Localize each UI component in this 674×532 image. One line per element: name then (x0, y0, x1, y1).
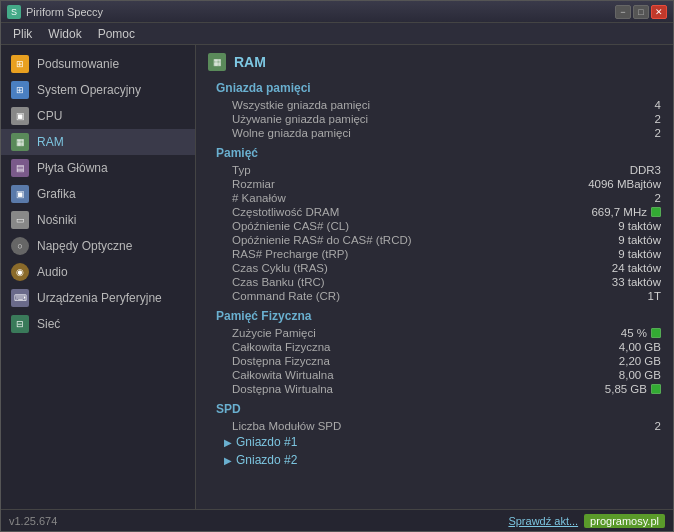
table-row: Czas Banku (tRC) 33 taktów (208, 275, 661, 289)
sidebar-label-mb: Płyta Główna (37, 161, 108, 175)
periph-icon: ⌨ (11, 289, 29, 307)
table-row: # Kanałów 2 (208, 191, 661, 205)
sidebar-item-ram[interactable]: ▦ RAM (1, 129, 195, 155)
main-panel: ▦ RAM Gniazda pamięci Wszystkie gniazda … (196, 45, 673, 509)
menu-widok[interactable]: Widok (40, 25, 89, 43)
sidebar-label-os: System Operacyjny (37, 83, 141, 97)
minimize-button[interactable]: − (615, 5, 631, 19)
sidebar-label-net: Sieć (37, 317, 60, 331)
table-row: Opóźnienie RAS# do CAS# (tRCD) 9 taktów (208, 233, 661, 247)
sidebar-label-audio: Audio (37, 265, 68, 279)
menu-bar: Plik Widok Pomoc (1, 23, 673, 45)
sidebar-item-summary[interactable]: ⊞ Podsumowanie (1, 51, 195, 77)
sidebar-label-periph: Urządzenia Peryferyjne (37, 291, 162, 305)
sidebar: ⊞ Podsumowanie ⊞ System Operacyjny ▣ CPU… (1, 45, 196, 509)
window-controls: − □ ✕ (615, 5, 667, 19)
table-row: Dostępna Wirtualna 5,85 GB (208, 382, 661, 396)
app-icon: S (7, 5, 21, 19)
green-indicator (651, 328, 661, 338)
tree-label-gniazdo2: Gniazdo #2 (236, 453, 297, 467)
section-header-fizyczna: Pamięć Fizyczna (216, 309, 661, 323)
sidebar-item-storage[interactable]: ▭ Nośniki (1, 207, 195, 233)
menu-plik[interactable]: Plik (5, 25, 40, 43)
section-header-pamiec: Pamięć (216, 146, 661, 160)
maximize-button[interactable]: □ (633, 5, 649, 19)
section-header-spd: SPD (216, 402, 661, 416)
title-bar: S Piriform Speccy − □ ✕ (1, 1, 673, 23)
table-row: Zużycie Pamięci 45 % (208, 326, 661, 340)
mb-icon: ▤ (11, 159, 29, 177)
sidebar-item-periph[interactable]: ⌨ Urządzenia Peryferyjne (1, 285, 195, 311)
table-row: Częstotliwość DRAM 669,7 MHz (208, 205, 661, 219)
update-link[interactable]: Sprawdź akt... (508, 515, 578, 527)
table-row: Liczba Modułów SPD 2 (208, 419, 661, 433)
green-indicator (651, 207, 661, 217)
sidebar-label-gpu: Grafika (37, 187, 76, 201)
green-indicator (651, 384, 661, 394)
cpu-icon: ▣ (11, 107, 29, 125)
table-row: Rozmiar 4096 MBajtów (208, 177, 661, 191)
table-row: Całkowita Fizyczna 4,00 GB (208, 340, 661, 354)
tree-arrow-1: ▶ (224, 437, 232, 448)
table-row: Opóźnienie CAS# (CL) 9 taktów (208, 219, 661, 233)
summary-icon: ⊞ (11, 55, 29, 73)
sidebar-label-storage: Nośniki (37, 213, 76, 227)
section-header-gniazda: Gniazda pamięci (216, 81, 661, 95)
storage-icon: ▭ (11, 211, 29, 229)
ram-icon: ▦ (11, 133, 29, 151)
sidebar-label-summary: Podsumowanie (37, 57, 119, 71)
tree-item-gniazdo2[interactable]: ▶ Gniazdo #2 (208, 451, 661, 469)
sidebar-item-os[interactable]: ⊞ System Operacyjny (1, 77, 195, 103)
sidebar-item-gpu[interactable]: ▣ Grafika (1, 181, 195, 207)
panel-header-icon: ▦ (208, 53, 226, 71)
sidebar-label-cpu: CPU (37, 109, 62, 123)
table-row: Używanie gniazda pamięci 2 (208, 112, 661, 126)
tree-label-gniazdo1: Gniazdo #1 (236, 435, 297, 449)
os-icon: ⊞ (11, 81, 29, 99)
tree-arrow-2: ▶ (224, 455, 232, 466)
sidebar-item-audio[interactable]: ◉ Audio (1, 259, 195, 285)
optical-icon: ○ (11, 237, 29, 255)
table-row: Wszystkie gniazda pamięci 4 (208, 98, 661, 112)
table-row: Typ DDR3 (208, 163, 661, 177)
sidebar-item-cpu[interactable]: ▣ CPU (1, 103, 195, 129)
gpu-icon: ▣ (11, 185, 29, 203)
sidebar-label-optical: Napędy Optyczne (37, 239, 132, 253)
table-row: Dostępna Fizyczna 2,20 GB (208, 354, 661, 368)
table-row: Czas Cyklu (tRAS) 24 taktów (208, 261, 661, 275)
close-button[interactable]: ✕ (651, 5, 667, 19)
sidebar-item-mb[interactable]: ▤ Płyta Główna (1, 155, 195, 181)
net-icon: ⊟ (11, 315, 29, 333)
sidebar-label-ram: RAM (37, 135, 64, 149)
table-row: Całkowita Wirtualna 8,00 GB (208, 368, 661, 382)
tree-item-gniazdo1[interactable]: ▶ Gniazdo #1 (208, 433, 661, 451)
sidebar-item-net[interactable]: ⊟ Sieć (1, 311, 195, 337)
version-label: v1.25.674 (9, 515, 57, 527)
panel-title: RAM (234, 54, 266, 70)
status-bar: v1.25.674 Sprawdź akt... programosy.pl (1, 509, 673, 531)
programosy-badge[interactable]: programosy.pl (584, 514, 665, 528)
sidebar-item-optical[interactable]: ○ Napędy Optyczne (1, 233, 195, 259)
panel-header: ▦ RAM (208, 53, 661, 71)
audio-icon: ◉ (11, 263, 29, 281)
menu-pomoc[interactable]: Pomoc (90, 25, 143, 43)
content-area: ⊞ Podsumowanie ⊞ System Operacyjny ▣ CPU… (1, 45, 673, 509)
table-row: Wolne gniazda pamięci 2 (208, 126, 661, 140)
table-row: Command Rate (CR) 1T (208, 289, 661, 303)
window-title: Piriform Speccy (26, 6, 615, 18)
main-window: S Piriform Speccy − □ ✕ Plik Widok Pomoc… (0, 0, 674, 532)
table-row: RAS# Precharge (tRP) 9 taktów (208, 247, 661, 261)
